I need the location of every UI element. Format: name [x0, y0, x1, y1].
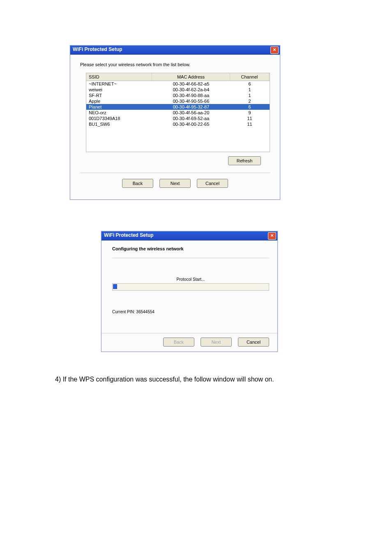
- column-header-ssid[interactable]: SSID: [86, 73, 152, 81]
- network-row[interactable]: SF-RT00-30-4f-90-88-aa1: [86, 92, 270, 98]
- cell-channel: 6: [230, 81, 269, 87]
- network-row[interactable]: NEO-orz00-30-4f-56-aa-209: [86, 110, 270, 116]
- cell-mac: 00-30-4f-66-82-a5: [152, 81, 230, 87]
- cell-mac: 00-30-4f-62-2a-b4: [152, 87, 230, 92]
- cancel-button[interactable]: Cancel: [238, 338, 269, 347]
- wps-select-network-dialog: WiFi Protected Setup × Please select you…: [70, 45, 280, 200]
- status-text: Protocol Start...: [112, 277, 269, 282]
- cell-mac: 00-30-4f-69-52-aa: [152, 116, 230, 121]
- list-header: SSID MAC Address Channel: [86, 73, 270, 81]
- column-header-mac[interactable]: MAC Address: [152, 73, 230, 81]
- divider: [112, 258, 269, 258]
- network-list: SSID MAC Address Channel ~INTERNET~00-30…: [86, 73, 270, 152]
- next-button[interactable]: Next: [159, 179, 191, 188]
- network-row[interactable]: weiwei00-30-4f-62-2a-b41: [86, 87, 270, 92]
- network-row[interactable]: Planet00-30-4f-95-32-876: [86, 104, 270, 110]
- titlebar: WiFi Protected Setup ×: [101, 231, 277, 240]
- dialog-title: WiFi Protected Setup: [104, 232, 154, 238]
- cell-channel: 6: [230, 104, 269, 110]
- configuring-heading: Configuring the wireless network: [112, 246, 269, 251]
- cancel-button[interactable]: Cancel: [197, 179, 228, 188]
- cell-channel: 1: [230, 92, 269, 98]
- cell-mac: 00-30-4f-56-aa-20: [152, 110, 230, 116]
- instruction-text: Please select your wireless network from…: [80, 62, 270, 67]
- step-caption: 4) If the WPS configuration was successf…: [55, 376, 392, 383]
- dialog-buttons: Back Next Cancel: [80, 173, 270, 194]
- cell-ssid: 001D73349A18: [86, 116, 152, 121]
- cell-mac: 00-30-4f-90-55-66: [152, 98, 230, 104]
- back-button[interactable]: Back: [122, 179, 153, 188]
- network-row[interactable]: Apple00-30-4f-90-55-662: [86, 98, 270, 104]
- titlebar: WiFi Protected Setup ×: [70, 46, 280, 55]
- cell-ssid: weiwei: [86, 87, 152, 92]
- close-button[interactable]: ×: [268, 232, 276, 240]
- cell-ssid: SF-RT: [86, 92, 152, 98]
- cell-ssid: Planet: [86, 104, 152, 110]
- back-button: Back: [163, 338, 194, 347]
- dialog-title: WiFi Protected Setup: [73, 46, 122, 52]
- current-pin-text: Current PIN: 36544554: [112, 310, 269, 314]
- next-button: Next: [201, 338, 232, 347]
- close-icon: ×: [270, 232, 274, 238]
- progress-bar: [112, 283, 269, 291]
- network-row[interactable]: BU1_SW600-30-4f-00-22-6511: [86, 121, 270, 127]
- column-header-channel[interactable]: Channel: [230, 73, 269, 81]
- close-button[interactable]: ×: [270, 46, 279, 54]
- cell-ssid: Apple: [86, 98, 152, 104]
- cell-mac: 00-30-4f-00-22-65: [152, 121, 230, 127]
- cell-channel: 11: [230, 121, 269, 127]
- cell-channel: 9: [230, 110, 269, 116]
- cell-ssid: BU1_SW6: [86, 121, 152, 127]
- dialog-buttons: Back Next Cancel: [101, 333, 277, 352]
- cell-channel: 1: [230, 87, 269, 92]
- cell-ssid: ~INTERNET~: [86, 81, 152, 87]
- network-row[interactable]: 001D73349A1800-30-4f-69-52-aa11: [86, 116, 270, 121]
- close-icon: ×: [273, 46, 276, 53]
- cell-ssid: NEO-orz: [86, 110, 152, 116]
- cell-mac: 00-30-4f-90-88-aa: [152, 92, 230, 98]
- refresh-button[interactable]: Refresh: [228, 156, 261, 165]
- cell-channel: 11: [230, 116, 269, 121]
- cell-mac: 00-30-4f-95-32-87: [152, 104, 230, 110]
- wps-configuring-dialog: WiFi Protected Setup × Configuring the w…: [101, 231, 278, 352]
- network-row[interactable]: ~INTERNET~00-30-4f-66-82-a56: [86, 81, 270, 87]
- cell-channel: 2: [230, 98, 269, 104]
- progress-fill: [113, 284, 117, 289]
